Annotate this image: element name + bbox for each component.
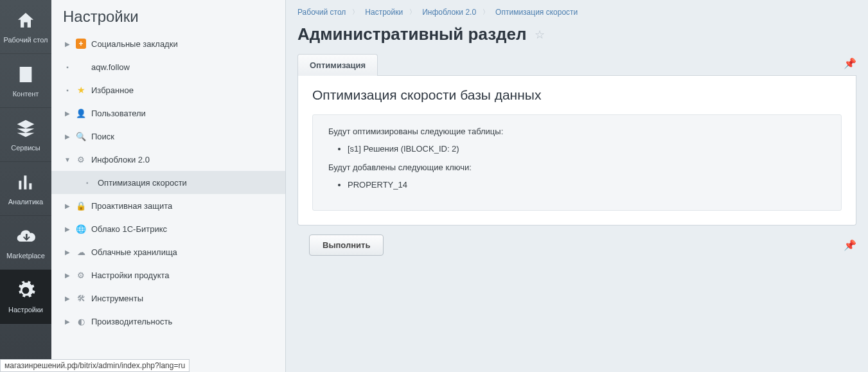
list-item: [s1] Решения (IBLOCK_ID: 2): [348, 144, 826, 154]
tools-icon: 🛠: [76, 293, 86, 303]
execute-button[interactable]: Выполнить: [309, 235, 384, 256]
breadcrumb-item[interactable]: Рабочий стол: [297, 8, 346, 17]
rail-desktop[interactable]: Рабочий стол: [0, 0, 51, 54]
rail-label: Настройки: [6, 306, 46, 314]
tree-iblocks[interactable]: ▼ ⚙ Инфоблоки 2.0: [51, 148, 285, 171]
rail-services[interactable]: Сервисы: [0, 108, 51, 162]
tree-aqw-follow[interactable]: ▪ aqw.follow: [51, 55, 285, 78]
tree-performance[interactable]: ▶ ◐ Производительность: [51, 310, 285, 333]
bullet-icon: ▪: [63, 87, 72, 94]
keys-intro: Будут добавлены следующие ключи:: [328, 163, 826, 172]
gauge-icon: ◐: [76, 316, 86, 326]
chevron-right-icon: ▶: [63, 133, 72, 140]
tree-label: Облачные хранилища: [91, 247, 177, 257]
tree-social-bookmarks[interactable]: ▶ + Социальные закладки: [51, 32, 285, 55]
tree-label: Поиск: [91, 132, 114, 141]
chevron-right-icon: ▶: [63, 110, 72, 117]
tree-label: Инструменты: [91, 294, 143, 303]
left-rail: Рабочий стол Контент Сервисы Аналитика M…: [0, 0, 51, 372]
rail-settings[interactable]: Настройки: [0, 270, 51, 324]
tree-label: Производительность: [91, 317, 172, 326]
chevron-right-icon: ▶: [63, 249, 72, 256]
page-title: Административный раздел: [297, 24, 527, 44]
tree-proactive-defense[interactable]: ▶ 🔒 Проактивная защита: [51, 194, 285, 217]
rail-marketplace[interactable]: Marketplace: [0, 216, 51, 270]
user-icon: 👤: [76, 108, 86, 118]
chevron-right-icon: 〉: [483, 8, 489, 17]
favorite-star-icon[interactable]: ☆: [535, 28, 545, 42]
tree-label: Пользователи: [91, 109, 146, 118]
tree-label: Социальные закладки: [91, 39, 178, 49]
chevron-down-icon: ▼: [63, 156, 72, 163]
tree-label: Оптимизация скорости: [98, 178, 187, 188]
rail-content[interactable]: Контент: [0, 54, 51, 108]
gear-icon: ⚙: [76, 154, 86, 164]
rail-analytics[interactable]: Аналитика: [0, 162, 51, 216]
rail-label: Рабочий стол: [1, 36, 50, 44]
tables-list: [s1] Решения (IBLOCK_ID: 2): [348, 144, 826, 154]
document-icon: [14, 63, 37, 86]
star-icon: ★: [76, 85, 86, 95]
search-icon: 🔍: [76, 131, 86, 141]
list-item: PROPERTY_14: [348, 180, 826, 190]
breadcrumb-item[interactable]: Оптимизация скорости: [495, 8, 578, 17]
chevron-right-icon: ▶: [63, 40, 72, 48]
pin-icon[interactable]: 📌: [844, 57, 856, 69]
tree-label: aqw.follow: [91, 62, 130, 72]
blank-icon: [76, 62, 86, 72]
shield-icon: 🔒: [76, 200, 86, 211]
rail-label: Marketplace: [4, 252, 48, 260]
tree-speed-optimization[interactable]: ▪ Оптимизация скорости: [51, 171, 285, 194]
settings-tree: ▶ + Социальные закладки ▪ aqw.follow ▪ ★…: [51, 32, 285, 372]
rail-label: Сервисы: [8, 144, 43, 152]
cloud-download-icon: [14, 225, 37, 248]
tree-label: Настройки продукта: [91, 270, 170, 280]
tree-label: Проактивная защита: [91, 201, 172, 211]
tabs: Оптимизация 📌: [297, 53, 856, 76]
breadcrumb-item[interactable]: Настройки: [365, 8, 403, 17]
optimization-panel: Оптимизация скорости базы данных Будут о…: [297, 76, 856, 226]
breadcrumb: Рабочий стол 〉 Настройки 〉 Инфоблоки 2.0…: [297, 0, 856, 24]
tree-search[interactable]: ▶ 🔍 Поиск: [51, 125, 285, 148]
chevron-right-icon: ▶: [63, 295, 72, 302]
tree-label: Облако 1С-Битрикс: [91, 224, 167, 234]
status-bar: магазинрешений.рф/bitrix/admin/index.php…: [0, 359, 190, 372]
tree-favorites[interactable]: ▪ ★ Избранное: [51, 78, 285, 102]
tables-intro: Будут оптимизированы следующие таблицы:: [328, 127, 826, 136]
pin-icon[interactable]: 📌: [844, 239, 856, 251]
chevron-right-icon: 〉: [352, 8, 359, 17]
cloud-icon: 🌐: [76, 224, 86, 234]
tree-bitrix-cloud[interactable]: ▶ 🌐 Облако 1С-Битрикс: [51, 217, 285, 240]
cloud-icon: ☁: [76, 247, 86, 257]
tree-cloud-storage[interactable]: ▶ ☁ Облачные хранилища: [51, 240, 285, 263]
panel-heading: Оптимизация скорости базы данных: [312, 87, 842, 103]
chevron-right-icon: ▶: [63, 318, 72, 325]
bars-icon: [14, 171, 37, 194]
chevron-right-icon: ▶: [63, 272, 72, 279]
optimization-note: Будут оптимизированы следующие таблицы: …: [312, 114, 842, 211]
tree-label: Избранное: [91, 85, 134, 95]
main-content: Рабочий стол 〉 Настройки 〉 Инфоблоки 2.0…: [286, 0, 868, 372]
rail-label: Аналитика: [6, 198, 46, 206]
home-icon: [14, 9, 37, 32]
stack-icon: [14, 117, 37, 140]
sidebar: Настройки ▶ + Социальные закладки ▪ aqw.…: [51, 0, 286, 372]
tree-product-settings[interactable]: ▶ ⚙ Настройки продукта: [51, 263, 285, 287]
gear-icon: ⚙: [76, 270, 86, 280]
tree-users[interactable]: ▶ 👤 Пользователи: [51, 102, 285, 125]
rail-label: Контент: [10, 90, 42, 98]
tab-optimization[interactable]: Оптимизация: [297, 54, 378, 76]
chevron-right-icon: ▶: [63, 226, 72, 233]
bullet-icon: ▪: [63, 64, 72, 71]
breadcrumb-item[interactable]: Инфоблоки 2.0: [422, 8, 476, 17]
chevron-right-icon: 〉: [409, 8, 416, 17]
sidebar-title: Настройки: [51, 0, 285, 32]
bullet-icon: ▪: [86, 179, 93, 186]
chevron-right-icon: ▶: [63, 202, 72, 209]
gear-icon: [14, 279, 37, 302]
tree-label: Инфоблоки 2.0: [91, 155, 150, 164]
plus-icon: +: [76, 39, 86, 49]
keys-list: PROPERTY_14: [348, 180, 826, 190]
action-row: Выполнить 📌: [297, 235, 856, 256]
tree-tools[interactable]: ▶ 🛠 Инструменты: [51, 287, 285, 310]
